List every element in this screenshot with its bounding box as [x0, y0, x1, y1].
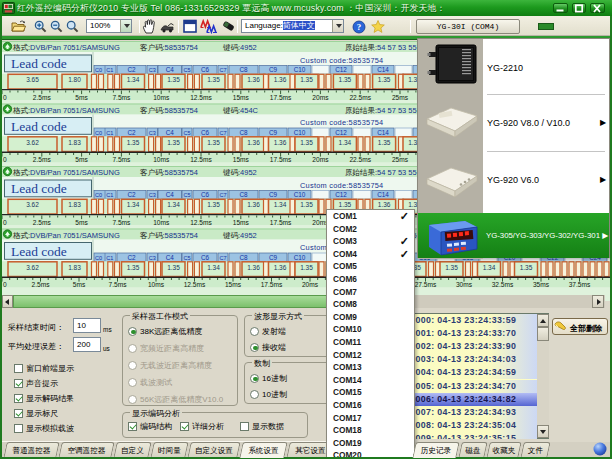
svg-text:1.35: 1.35 [167, 139, 180, 146]
svg-text:C5: C5 [183, 192, 190, 198]
svg-text:20ms: 20ms [312, 156, 329, 163]
svg-text:5ms: 5ms [75, 156, 88, 163]
svg-text:Custom code:58535754: Custom code:58535754 [300, 118, 383, 127]
svg-text:C8: C8 [239, 254, 248, 261]
svg-text:5ms: 5ms [75, 94, 88, 101]
svg-text:37.5ms: 37.5ms [569, 281, 591, 288]
svg-text:17.5ms: 17.5ms [270, 156, 292, 163]
svg-text:35ms: 35ms [533, 281, 550, 288]
svg-text:C7: C7 [219, 67, 226, 73]
svg-text:键码:4952: 键码:4952 [222, 231, 257, 240]
svg-text:15ms: 15ms [233, 219, 250, 226]
svg-text:10ms: 10ms [148, 281, 165, 288]
svg-text:C9: C9 [269, 129, 278, 136]
svg-text:Custom code:58535754: Custom code:58535754 [300, 181, 383, 190]
svg-text:Custom code:58535754: Custom code:58535754 [300, 56, 383, 65]
svg-text:15ms: 15ms [225, 281, 242, 288]
svg-text:3.62: 3.62 [26, 201, 39, 208]
svg-text:1.34: 1.34 [127, 201, 140, 208]
svg-text:1.34: 1.34 [167, 201, 180, 208]
svg-text:0: 0 [3, 156, 7, 163]
svg-text:32.5ms: 32.5ms [492, 281, 514, 288]
svg-text:C2: C2 [127, 66, 136, 73]
svg-text:17.5ms: 17.5ms [270, 219, 292, 226]
svg-text:2.5ms: 2.5ms [33, 94, 52, 101]
svg-text:12.5ms: 12.5ms [190, 156, 212, 163]
svg-text:2.5ms: 2.5ms [33, 219, 52, 226]
svg-text:C14: C14 [377, 129, 389, 136]
svg-text:C14: C14 [377, 191, 389, 198]
svg-text:C2: C2 [127, 129, 136, 136]
svg-text:12.5ms: 12.5ms [184, 281, 206, 288]
svg-text:C4: C4 [166, 191, 175, 198]
svg-text:C1: C1 [106, 255, 113, 261]
svg-text:C10: C10 [294, 254, 306, 261]
svg-text:C1: C1 [106, 67, 113, 73]
svg-text:客户码:58535754: 客户码:58535754 [140, 168, 198, 177]
svg-text:25ms: 25ms [392, 94, 409, 101]
svg-text:客户码:58535754: 客户码:58535754 [140, 231, 198, 240]
svg-text:1.35: 1.35 [127, 139, 140, 146]
svg-text:1.36: 1.36 [274, 264, 287, 271]
svg-text:C9: C9 [269, 66, 278, 73]
svg-text:C5: C5 [183, 67, 190, 73]
svg-text:1.35: 1.35 [167, 76, 180, 83]
svg-text:1.35: 1.35 [339, 76, 352, 83]
svg-text:22.5ms: 22.5ms [349, 156, 371, 163]
svg-text:客户码:58535754: 客户码:58535754 [140, 106, 198, 115]
svg-text:7.5ms: 7.5ms [109, 281, 128, 288]
svg-text:C4: C4 [166, 254, 175, 261]
svg-text:5ms: 5ms [75, 219, 88, 226]
svg-text:C0: C0 [95, 255, 102, 261]
svg-text:3.62: 3.62 [26, 139, 39, 146]
svg-text:2.5ms: 2.5ms [33, 156, 52, 163]
svg-text:1.80: 1.80 [68, 76, 81, 83]
svg-text:格式:DVB/Pan 7051/SAMSUNG: 格式:DVB/Pan 7051/SAMSUNG [12, 43, 120, 52]
svg-text:C6: C6 [201, 191, 210, 198]
svg-text:5ms: 5ms [73, 281, 86, 288]
svg-text:1.35: 1.35 [300, 139, 313, 146]
svg-text:C4: C4 [166, 66, 175, 73]
svg-text:1.35: 1.35 [300, 264, 313, 271]
svg-text:1.35: 1.35 [339, 201, 352, 208]
svg-text:20ms: 20ms [302, 281, 319, 288]
svg-text:1.34: 1.34 [483, 264, 496, 271]
svg-text:C3: C3 [149, 192, 156, 198]
svg-text:12.5ms: 12.5ms [190, 219, 212, 226]
svg-text:1.35: 1.35 [167, 264, 180, 271]
svg-text:C2: C2 [127, 191, 136, 198]
svg-text:C12: C12 [335, 66, 347, 73]
svg-text:1.36: 1.36 [274, 139, 287, 146]
svg-text:C3: C3 [149, 67, 156, 73]
svg-text:C6: C6 [201, 129, 210, 136]
svg-text:C1: C1 [106, 192, 113, 198]
svg-text:Lead code: Lead code [11, 244, 67, 259]
svg-text:C12: C12 [335, 191, 347, 198]
svg-text:?: ? [357, 22, 362, 32]
svg-text:1.35: 1.35 [207, 76, 220, 83]
svg-text:1.34: 1.34 [127, 76, 140, 83]
svg-text:1.35: 1.35 [300, 76, 313, 83]
svg-text:格式:DVB/Pan 7051/SAMSUNG: 格式:DVB/Pan 7051/SAMSUNG [12, 168, 120, 177]
svg-text:C10: C10 [294, 129, 306, 136]
svg-text:3.65: 3.65 [26, 76, 39, 83]
svg-text:1.36: 1.36 [378, 201, 391, 208]
svg-text:C4: C4 [166, 129, 175, 136]
svg-text:C2: C2 [127, 254, 136, 261]
svg-text:C0: C0 [95, 130, 102, 136]
svg-text:0: 0 [3, 94, 7, 101]
svg-text:2.5ms: 2.5ms [32, 281, 51, 288]
svg-text:1.36: 1.36 [247, 139, 260, 146]
svg-text:C0: C0 [95, 67, 102, 73]
svg-text:15ms: 15ms [233, 94, 250, 101]
svg-text:1.36: 1.36 [247, 201, 260, 208]
svg-text:1.35: 1.35 [300, 201, 313, 208]
svg-text:1.35: 1.35 [520, 264, 533, 271]
svg-text:格式:DVB/Pan 7051/SAMSUNG: 格式:DVB/Pan 7051/SAMSUNG [12, 231, 120, 240]
svg-text:0: 0 [3, 281, 7, 288]
svg-text:C12: C12 [335, 129, 347, 136]
svg-text:7.5ms: 7.5ms [112, 156, 131, 163]
svg-text:C14: C14 [377, 66, 389, 73]
svg-text:C3: C3 [149, 130, 156, 136]
svg-text:C9: C9 [269, 191, 278, 198]
